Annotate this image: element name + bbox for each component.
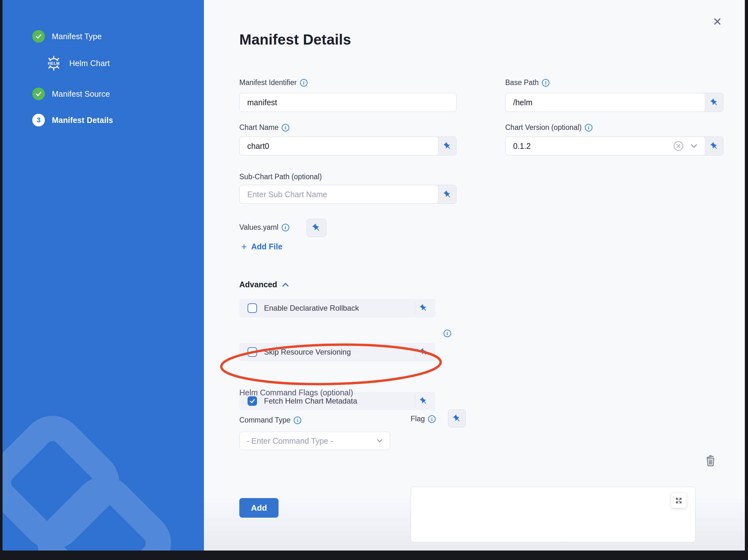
chart-name-input[interactable] xyxy=(240,137,439,155)
manifest-details-panel: Manifest Details Manifest Identifier i B… xyxy=(204,0,745,551)
base-path-label: Base Path i xyxy=(505,78,550,87)
info-icon[interactable]: i xyxy=(428,415,436,423)
flag-textarea[interactable] xyxy=(411,487,696,542)
info-icon[interactable]: i xyxy=(444,330,451,337)
chevron-down-icon xyxy=(376,439,383,443)
flag-label: Flag i xyxy=(411,415,436,423)
helm-wheel-icon: HELM xyxy=(45,55,62,72)
step-label: Helm Chart xyxy=(69,59,110,68)
checkbox-row-skip-resource-versioning[interactable]: Skip Resource Versioning xyxy=(239,343,435,361)
sub-chart-path-label: Sub-Chart Path (optional) xyxy=(239,173,322,181)
sub-chart-path-input[interactable] xyxy=(240,185,439,203)
flag-pin-button[interactable] xyxy=(448,410,466,427)
checkbox-checked[interactable] xyxy=(248,396,257,406)
values-yaml-label: Values.yaml i xyxy=(239,223,289,232)
clear-icon[interactable] xyxy=(674,141,683,151)
expand-icon[interactable] xyxy=(671,493,686,508)
info-icon[interactable]: i xyxy=(300,79,308,87)
info-icon[interactable]: i xyxy=(542,79,550,87)
values-yaml-pin-button[interactable] xyxy=(307,219,326,237)
close-icon[interactable] xyxy=(710,14,725,29)
chevron-down-icon[interactable] xyxy=(690,144,698,148)
advanced-section-toggle[interactable]: Advanced xyxy=(239,280,289,289)
chevron-up-icon xyxy=(282,283,289,287)
pin-icon[interactable] xyxy=(439,185,456,203)
manifest-wizard-dialog: Manifest Type xyxy=(2,0,745,551)
command-type-label: Command Type i xyxy=(239,416,301,424)
chart-version-label: Chart Version (optional) i xyxy=(505,123,592,132)
command-type-select[interactable]: - Enter Command Type - xyxy=(239,432,390,450)
pin-icon xyxy=(310,222,323,234)
helm-command-flags-label: Helm Command Flags (optional) xyxy=(239,388,353,397)
pin-icon[interactable] xyxy=(417,299,430,317)
wizard-sidebar: Manifest Type xyxy=(2,0,204,551)
divider xyxy=(415,346,415,358)
plus-icon: + xyxy=(241,243,247,251)
svg-text:HELM: HELM xyxy=(48,61,60,66)
page-title: Manifest Details xyxy=(239,31,351,48)
checkbox-unchecked[interactable] xyxy=(248,347,257,357)
harness-logo-watermark xyxy=(2,399,204,551)
step-done-check-icon xyxy=(32,88,45,100)
manifest-identifier-input[interactable] xyxy=(239,93,457,112)
sidebar-step-manifest-source[interactable]: Manifest Source xyxy=(32,88,110,100)
sidebar-substep-helm-chart[interactable]: HELM Helm Chart xyxy=(45,55,110,72)
step-label: Manifest Type xyxy=(52,32,102,41)
add-file-button[interactable]: + Add File xyxy=(241,242,282,251)
step-label: Manifest Source xyxy=(52,90,110,99)
manifest-identifier-label: Manifest Identifier i xyxy=(239,78,308,87)
sidebar-step-manifest-type[interactable]: Manifest Type xyxy=(32,30,102,43)
base-path-input[interactable] xyxy=(506,93,705,112)
info-icon[interactable]: i xyxy=(282,124,289,131)
step-label: Manifest Details xyxy=(52,116,113,125)
sidebar-step-manifest-details[interactable]: 3 Manifest Details xyxy=(32,114,113,126)
info-icon[interactable]: i xyxy=(585,124,592,131)
step-number-badge: 3 xyxy=(32,114,45,126)
checkbox-unchecked[interactable] xyxy=(248,303,257,313)
pin-icon[interactable] xyxy=(417,392,430,410)
checkbox-row-enable-declarative-rollback[interactable]: Enable Declarative Rollback xyxy=(239,299,435,317)
info-icon[interactable]: i xyxy=(294,416,301,424)
add-button[interactable]: Add xyxy=(239,498,279,518)
pin-icon[interactable] xyxy=(705,137,723,155)
chart-name-label: Chart Name i xyxy=(239,123,289,132)
pin-icon[interactable] xyxy=(705,93,723,112)
delete-icon[interactable] xyxy=(705,454,717,468)
info-icon[interactable]: i xyxy=(282,224,289,231)
step-done-check-icon xyxy=(32,30,45,43)
pin-icon[interactable] xyxy=(417,343,430,361)
divider xyxy=(415,395,415,407)
pin-icon xyxy=(451,412,463,424)
pin-icon[interactable] xyxy=(439,137,456,155)
divider xyxy=(415,302,415,314)
